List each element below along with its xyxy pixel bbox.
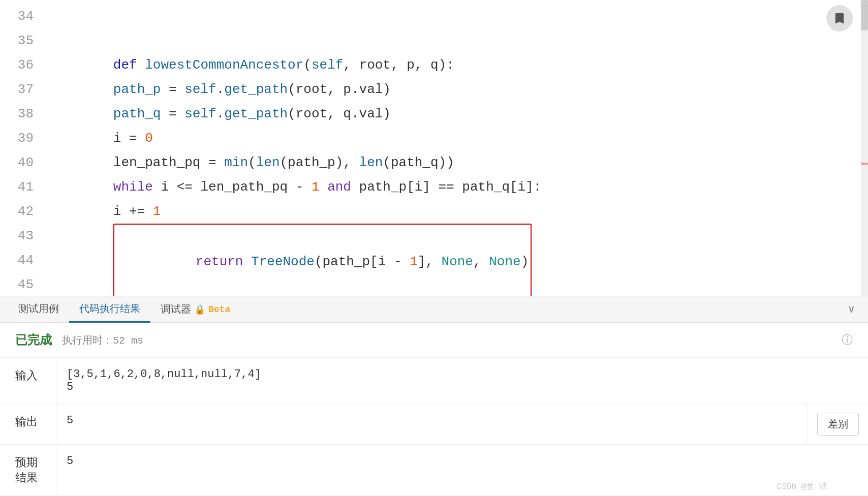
beta-badge: Beta: [208, 304, 230, 315]
status-completed: 已完成: [15, 332, 52, 348]
line-number-38: 38: [0, 102, 46, 126]
diff-button[interactable]: 差别: [817, 413, 859, 436]
lock-icon: 🔒: [194, 304, 205, 315]
line-number-42: 42: [0, 199, 46, 224]
line-number-39: 39: [0, 126, 46, 150]
bottom-panel: 测试用例 代码执行结果 调试器 🔒 Beta ∨ 已完成 执行用时：52 ms …: [0, 296, 868, 496]
line-number-41: 41: [0, 175, 46, 199]
tab-debugger[interactable]: 调试器 🔒 Beta: [150, 296, 240, 323]
code-line-41: 41 return TreeNode(path_p[i - 1], None, …: [0, 175, 868, 199]
line-number-44: 44: [0, 248, 46, 272]
tab-expand-button[interactable]: ∨: [843, 302, 860, 316]
code-editor: 34 def lowestCommonAncestor(self, root, …: [0, 0, 868, 296]
line-number-43: 43: [0, 224, 46, 248]
scrollbar-mark: [861, 163, 868, 165]
line-number-40: 40: [0, 150, 46, 175]
expected-value: 5: [56, 445, 868, 495]
code-line-34: 34 def lowestCommonAncestor(self, root, …: [0, 4, 868, 28]
watermark: CSDN @意 话: [777, 481, 827, 492]
output-row: 输出 5 差别: [0, 404, 868, 445]
line-number-35: 35: [0, 28, 46, 53]
input-row: 输入 [3,5,1,6,2,0,8,null,null,7,4] 5: [0, 358, 868, 404]
code-line-37: 37 i = 0: [0, 77, 868, 102]
input-label: 输入: [0, 358, 56, 404]
code-line-40: 40 i += 1: [0, 150, 868, 175]
scrollbar-thumb[interactable]: [861, 0, 868, 30]
tab-test-cases[interactable]: 测试用例: [8, 296, 69, 323]
info-icon[interactable]: ⓘ: [842, 332, 853, 348]
code-line-36: 36 path_q = self.get_path(root, q.val): [0, 53, 868, 77]
debugger-label: 调试器: [161, 302, 191, 316]
line-content-41: return TreeNode(path_p[i - 1], None, Non…: [46, 175, 868, 296]
line-number-37: 37: [0, 77, 46, 102]
expected-row: 预期结果 5: [0, 445, 868, 496]
code-line-35: 35 path_p = self.get_path(root, p.val): [0, 28, 868, 53]
output-label: 输出: [0, 404, 56, 444]
highlighted-return: return TreeNode(path_p[i - 1], None, Non…: [113, 224, 532, 296]
diff-button-container: 差别: [807, 404, 868, 444]
line-number-45: 45: [0, 272, 46, 296]
code-line-39: 39 while i <= len_path_pq - 1 and path_p…: [0, 126, 868, 150]
tab-exec-result[interactable]: 代码执行结果: [69, 296, 150, 323]
bookmark-icon: [832, 11, 847, 25]
results-area: 已完成 执行用时：52 ms ⓘ 输入 [3,5,1,6,2,0,8,null,…: [0, 323, 868, 496]
status-time: 执行用时：52 ms: [62, 333, 143, 347]
line-number-34: 34: [0, 4, 46, 28]
status-row: 已完成 执行用时：52 ms ⓘ: [0, 323, 868, 358]
expected-label: 预期结果: [0, 445, 56, 495]
output-value: 5: [56, 404, 807, 444]
line-number-36: 36: [0, 53, 46, 77]
bookmark-button[interactable]: [826, 5, 853, 32]
tabs-row: 测试用例 代码执行结果 调试器 🔒 Beta ∨: [0, 296, 868, 323]
input-value: [3,5,1,6,2,0,8,null,null,7,4] 5: [56, 358, 868, 404]
code-line-38: 38 len_path_pq = min(len(path_p), len(pa…: [0, 102, 868, 126]
